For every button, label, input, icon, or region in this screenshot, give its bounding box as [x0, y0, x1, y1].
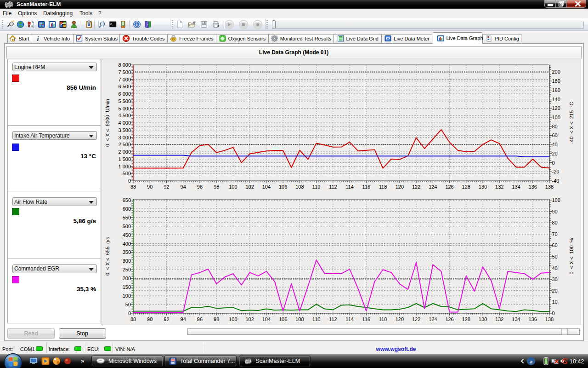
svg-text:100: 100 — [229, 316, 237, 322]
svg-text:98: 98 — [214, 316, 219, 322]
svg-text:92: 92 — [164, 184, 169, 190]
svg-text:138: 138 — [545, 316, 554, 322]
svg-text:6 500: 6 500 — [118, 84, 131, 89]
svg-text:102: 102 — [246, 184, 254, 190]
svg-text:5 500: 5 500 — [118, 98, 131, 104]
svg-text:122: 122 — [412, 184, 420, 190]
svg-text:180: 180 — [552, 78, 560, 84]
svg-text:650: 650 — [123, 197, 131, 203]
svg-text:150: 150 — [123, 284, 131, 290]
svg-text:80: 80 — [552, 220, 558, 225]
svg-text:40: 40 — [552, 142, 558, 147]
svg-text:124: 124 — [429, 316, 437, 322]
svg-text:110: 110 — [312, 316, 321, 322]
svg-text:100: 100 — [229, 184, 237, 190]
svg-text:7 000: 7 000 — [118, 77, 131, 82]
svg-text:8 000: 8 000 — [118, 62, 131, 68]
svg-text:104: 104 — [262, 184, 271, 190]
svg-text:3 500: 3 500 — [118, 127, 131, 133]
svg-text:122: 122 — [412, 316, 420, 322]
svg-text:-40: -40 — [552, 178, 560, 184]
svg-text:90: 90 — [552, 209, 558, 214]
svg-text:5 000: 5 000 — [118, 106, 131, 111]
svg-text:112: 112 — [329, 316, 337, 322]
svg-text:4 500: 4 500 — [118, 113, 131, 118]
svg-text:108: 108 — [295, 316, 304, 322]
svg-text:118: 118 — [379, 184, 387, 190]
svg-text:60: 60 — [552, 242, 558, 248]
svg-text:60: 60 — [552, 132, 558, 138]
svg-text:0 < X < 100 %: 0 < X < 100 % — [569, 238, 574, 274]
svg-text:116: 116 — [362, 316, 371, 322]
svg-text:114: 114 — [345, 184, 354, 190]
svg-text:88: 88 — [130, 184, 136, 190]
svg-text:2 500: 2 500 — [118, 142, 131, 147]
svg-text:0 < X < 8000 U/min: 0 < X < 8000 U/min — [105, 99, 110, 147]
svg-text:6 000: 6 000 — [118, 91, 131, 97]
svg-text:7 500: 7 500 — [118, 69, 131, 75]
svg-text:50: 50 — [552, 254, 558, 259]
svg-text:70: 70 — [552, 231, 558, 237]
svg-text:102: 102 — [246, 316, 254, 322]
svg-text:98: 98 — [214, 184, 219, 190]
svg-text:94: 94 — [181, 184, 186, 190]
svg-text:1 500: 1 500 — [118, 156, 131, 162]
svg-text:130: 130 — [479, 184, 487, 190]
svg-text:300: 300 — [123, 258, 131, 264]
svg-text:132: 132 — [495, 184, 503, 190]
svg-text:250: 250 — [123, 267, 131, 272]
svg-text:100: 100 — [552, 115, 560, 120]
svg-text:134: 134 — [512, 316, 520, 322]
svg-text:1 000: 1 000 — [118, 164, 131, 169]
svg-text:106: 106 — [279, 184, 287, 190]
svg-text:106: 106 — [279, 316, 287, 322]
svg-text:0 < X < 655 g/s: 0 < X < 655 g/s — [105, 237, 110, 276]
svg-text:108: 108 — [295, 184, 304, 190]
svg-text:0: 0 — [552, 160, 555, 166]
svg-text:40: 40 — [552, 265, 558, 271]
svg-text:94: 94 — [181, 316, 186, 322]
svg-text:0: 0 — [552, 310, 555, 316]
svg-text:200: 200 — [552, 69, 560, 75]
svg-text:20: 20 — [552, 151, 558, 156]
svg-text:3 000: 3 000 — [118, 135, 131, 140]
svg-text:500: 500 — [123, 171, 131, 176]
svg-text:-40 < X < 215 °C: -40 < X < 215 °C — [569, 102, 574, 144]
svg-text:114: 114 — [345, 316, 354, 322]
svg-text:138: 138 — [545, 184, 554, 190]
svg-text:128: 128 — [462, 316, 470, 322]
svg-text:2 000: 2 000 — [118, 149, 131, 155]
svg-text:128: 128 — [462, 184, 470, 190]
svg-text:90: 90 — [147, 316, 153, 322]
svg-text:600: 600 — [123, 206, 131, 212]
svg-text:400: 400 — [123, 241, 131, 247]
svg-text:100: 100 — [552, 197, 560, 203]
svg-text:20: 20 — [552, 288, 558, 293]
svg-text:110: 110 — [312, 184, 321, 190]
svg-text:116: 116 — [362, 184, 371, 190]
svg-text:134: 134 — [512, 184, 520, 190]
svg-text:88: 88 — [130, 316, 136, 322]
svg-text:96: 96 — [197, 316, 203, 322]
svg-text:136: 136 — [529, 184, 537, 190]
svg-text:112: 112 — [329, 184, 337, 190]
svg-text:450: 450 — [123, 232, 131, 238]
svg-text:4 000: 4 000 — [118, 120, 131, 126]
svg-text:90: 90 — [147, 184, 153, 190]
svg-text:-20: -20 — [552, 169, 560, 174]
svg-text:160: 160 — [552, 87, 560, 93]
svg-text:0: 0 — [128, 310, 131, 316]
svg-text:a: a — [530, 358, 533, 365]
svg-text:124: 124 — [429, 184, 437, 190]
svg-text:132: 132 — [495, 316, 503, 322]
svg-text:118: 118 — [379, 316, 387, 322]
svg-text:80: 80 — [552, 124, 558, 129]
svg-text:550: 550 — [123, 215, 131, 220]
svg-text:10: 10 — [552, 299, 558, 305]
svg-text:140: 140 — [552, 97, 560, 102]
svg-text:i: i — [37, 35, 40, 42]
svg-text:50: 50 — [125, 302, 131, 307]
svg-text:30: 30 — [552, 276, 558, 282]
svg-text:120: 120 — [396, 316, 404, 322]
svg-text:200: 200 — [123, 276, 131, 281]
